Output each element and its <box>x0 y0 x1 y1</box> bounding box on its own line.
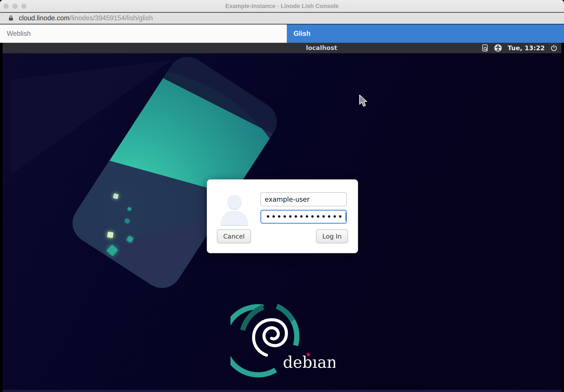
log-in-button[interactable]: Log In <box>316 230 348 243</box>
titlebar: Example-Instance - Linode Lish Console <box>0 0 564 12</box>
username-field[interactable] <box>260 192 347 206</box>
hostname-label: localhost <box>306 43 337 53</box>
screen-bottom-edge <box>3 390 561 392</box>
cancel-button[interactable]: Cancel <box>217 230 251 243</box>
login-dialog: ••••••••••••••••••••• Cancel Log In <box>207 179 358 253</box>
debian-logo: debıan <box>230 302 335 381</box>
debian-swirl-icon <box>254 320 286 355</box>
url-bar[interactable]: cloud.linode.com/linodes/39459154/lish/g… <box>0 13 564 24</box>
url-host: cloud.linode.com <box>19 14 70 22</box>
tab-glish-label: Glish <box>294 30 310 38</box>
status-area: Tue, 13:22 <box>481 43 557 53</box>
window-title: Example-Instance - Linode Lish Console <box>0 0 564 12</box>
power-icon[interactable] <box>550 44 557 52</box>
glish-console: localhost Tue, 13:22 <box>0 43 564 392</box>
password-masked-value: ••••••••••••••••••••• <box>266 211 345 223</box>
password-field[interactable]: ••••••••••••••••••••• <box>260 210 347 224</box>
sparkle-square <box>107 231 113 238</box>
username-input[interactable] <box>261 193 346 206</box>
gdm-desktop: ••••••••••••••••••••• Cancel Log In debı… <box>3 53 561 392</box>
tab-weblish[interactable]: Weblish <box>0 25 287 43</box>
url-path: /linodes/39459154/lish/glish <box>70 14 153 22</box>
remote-screen: localhost Tue, 13:22 <box>3 43 561 392</box>
address-text[interactable]: cloud.linode.com/linodes/39459154/lish/g… <box>19 14 153 22</box>
clock-label[interactable]: Tue, 13:22 <box>508 44 545 52</box>
debian-wordmark: debıan <box>283 353 335 371</box>
text-caret <box>346 213 346 221</box>
user-avatar <box>227 195 241 209</box>
sparkle-square <box>127 207 131 211</box>
accessibility-icon[interactable] <box>494 44 502 52</box>
user-avatar-body <box>221 211 248 225</box>
screen-reader-icon[interactable] <box>481 44 488 52</box>
mouse-cursor <box>359 94 369 108</box>
lish-tab-bar: Weblish Glish <box>0 25 564 43</box>
browser-window: Example-Instance - Linode Lish Console c… <box>0 0 564 392</box>
lock-icon <box>8 15 14 21</box>
tab-glish[interactable]: Glish <box>287 25 564 43</box>
gnome-top-bar: localhost Tue, 13:22 <box>3 43 561 53</box>
tab-weblish-label: Weblish <box>7 30 31 38</box>
